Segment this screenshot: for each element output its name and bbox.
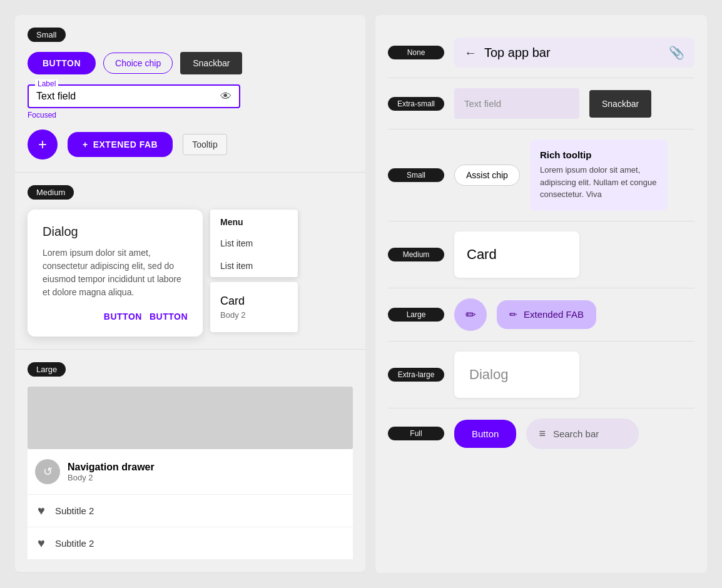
card-body-text: Body 2 — [220, 310, 288, 320]
right-text-field[interactable]: Text field — [454, 88, 579, 119]
nav-image-placeholder — [28, 387, 353, 449]
extra-large-badge: Extra-large — [388, 368, 444, 382]
small-section: Small BUTTON Choice chip Snackbar Label … — [15, 15, 365, 173]
fab-button[interactable]: + — [28, 129, 58, 160]
right-panel: None ← Top app bar 📎 Extra-small Text fi… — [375, 15, 707, 573]
right-row-large: Large ✏ ✏ Extended FAB — [388, 288, 694, 342]
medium-badge-right: Medium — [388, 248, 444, 261]
fab-extended-label: EXTENED FAB — [93, 139, 158, 150]
menu-item-1[interactable]: List item — [210, 232, 298, 255]
right-row-none: None ← Top app bar 📎 — [388, 28, 694, 78]
large-badge: Large — [28, 362, 66, 377]
large-badge-right: Large — [388, 308, 444, 322]
search-bar-label: Search bar — [553, 428, 599, 439]
heart-icon-1: ♥ — [38, 504, 45, 518]
choice-chip-button[interactable]: Choice chip — [103, 53, 173, 74]
right-card: Card — [454, 231, 579, 278]
snackbar: Snackbar — [180, 52, 242, 74]
right-row-extra-small: Extra-small Text field Snackbar — [388, 78, 694, 129]
card-block: Card Body 2 — [210, 282, 298, 332]
nav-item-label-1: Subtitle 2 — [55, 505, 94, 516]
nav-item-label-2: Subtitle 2 — [55, 538, 94, 549]
rich-tooltip-title: Rich tooltip — [540, 150, 658, 160]
fab-small-right[interactable]: ✏ — [454, 298, 487, 331]
none-badge: None — [388, 46, 444, 59]
fab-extended-right-label: Extended FAB — [524, 309, 584, 320]
menu-card: Menu List item List item — [210, 210, 298, 277]
nav-item-2[interactable]: ♥ Subtitle 2 — [28, 527, 353, 559]
medium-badge: Medium — [28, 185, 74, 200]
assist-chip[interactable]: Assist chip — [454, 165, 520, 186]
large-section: Large ↺ Navigation drawer Body 2 ♥ Subti… — [15, 350, 365, 573]
medium-section: Medium Dialog Lorem ipsum dolor sit amet… — [15, 173, 365, 350]
top-bar-title: Top app bar — [484, 46, 661, 60]
small-row: BUTTON Choice chip Snackbar — [28, 52, 353, 74]
search-bar[interactable]: ≡ Search bar — [526, 418, 639, 449]
attach-icon[interactable]: 📎 — [669, 45, 684, 60]
heart-icon-2: ♥ — [38, 536, 45, 550]
rich-tooltip: Rich tooltip Lorem ipsum dolor sit amet,… — [530, 139, 668, 211]
extra-small-badge: Extra-small — [388, 97, 444, 111]
visibility-icon[interactable]: 👁 — [220, 90, 231, 103]
right-card-title: Card — [467, 246, 567, 263]
right-snackbar: Snackbar — [589, 90, 651, 118]
text-field-wrapper: Label 👁 — [28, 84, 240, 108]
dialog-button-2[interactable]: BUTTON — [150, 312, 188, 322]
dialog-title: Dialog — [43, 225, 188, 239]
menu-item-2[interactable]: List item — [210, 255, 298, 277]
plus-extended-icon: + — [83, 139, 88, 150]
edit-icon-small: ✏ — [465, 307, 476, 322]
text-field-label: Label — [35, 79, 58, 88]
nav-drawer-subtitle: Body 2 — [68, 473, 155, 482]
large-content: ↺ Navigation drawer Body 2 ♥ Subtitle 2 … — [28, 387, 353, 559]
avatar-icon: ↺ — [43, 465, 53, 479]
plus-icon: + — [38, 136, 47, 153]
fab-extended-right[interactable]: ✏ Extended FAB — [497, 300, 596, 329]
tooltip: Tooltip — [183, 134, 226, 155]
dialog-actions: BUTTON BUTTON — [43, 312, 188, 322]
rich-tooltip-body: Lorem ipsum dolor sit amet, adipiscing e… — [540, 164, 658, 201]
edit-icon-extended: ✏ — [509, 309, 517, 320]
avatar: ↺ — [35, 459, 60, 484]
nav-drawer-title: Navigation drawer — [68, 462, 155, 473]
right-row-medium: Medium Card — [388, 221, 694, 288]
right-row-small: Small Assist chip Rich tooltip Lorem ips… — [388, 129, 694, 221]
nav-item-1[interactable]: ♥ Subtitle 2 — [28, 494, 353, 527]
small-badge-right: Small — [388, 168, 444, 182]
dialog-body: Lorem ipsum dolor sit amet, consectetur … — [43, 246, 188, 299]
right-row-extra-large: Extra-large Dialog — [388, 342, 694, 408]
dialog-button-1[interactable]: BUTTON — [104, 312, 142, 322]
right-dialog-title: Dialog — [469, 367, 564, 383]
menu-header: Menu — [210, 210, 298, 232]
back-icon[interactable]: ← — [464, 46, 477, 60]
nav-drawer-header: ↺ Navigation drawer Body 2 — [28, 449, 353, 494]
fab-extended-button[interactable]: + EXTENED FAB — [68, 132, 173, 157]
menu-icon[interactable]: ≡ — [539, 427, 546, 440]
full-badge: Full — [388, 427, 444, 440]
dialog-card: Dialog Lorem ipsum dolor sit amet, conse… — [28, 210, 203, 337]
button-filled[interactable]: BUTTON — [28, 52, 96, 74]
top-app-bar: ← Top app bar 📎 — [454, 38, 694, 68]
right-button-filled[interactable]: Button — [454, 420, 516, 448]
fab-row: + + EXTENED FAB Tooltip — [28, 129, 353, 160]
text-field-input[interactable] — [36, 91, 213, 102]
right-dialog: Dialog — [454, 352, 579, 398]
card-title: Card — [220, 295, 288, 308]
medium-row: Dialog Lorem ipsum dolor sit amet, conse… — [28, 210, 353, 337]
nav-header-text: Navigation drawer Body 2 — [68, 462, 155, 482]
right-row-full: Full Button ≡ Search bar — [388, 408, 694, 459]
left-panel: Small BUTTON Choice chip Snackbar Label … — [15, 15, 365, 573]
text-field-status: Focused — [28, 111, 240, 119]
small-badge: Small — [28, 28, 66, 42]
